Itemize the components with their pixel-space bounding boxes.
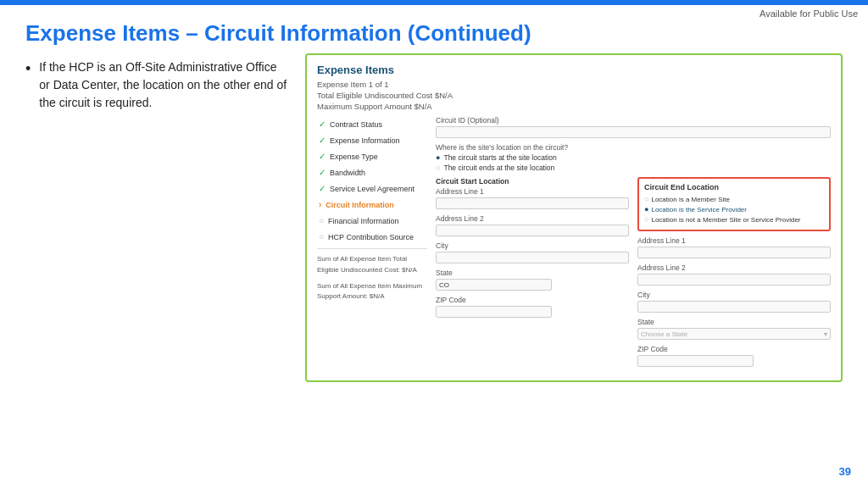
start-city-input[interactable] [436,252,629,263]
start-state-value[interactable]: CO [436,279,552,291]
end-address2-label: Address Line 2 [637,263,831,272]
check-icon: ✓ [319,136,326,145]
check-icon: ✓ [319,119,326,129]
chevron-down-icon: ▾ [824,330,827,338]
page-title: Expense Items – Circuit Information (Con… [0,5,868,53]
start-city-label: City [436,241,629,250]
radio-ends[interactable]: ○ The circuit ends at the site location [436,164,831,172]
circle-icon: ○ [319,216,324,225]
start-address2-label: Address Line 2 [436,214,629,223]
radio-selected-icon: ● [436,153,440,162]
start-state-section: State CO [436,269,629,291]
site-location-radios: ● The circuit starts at the site locatio… [436,153,831,172]
nav-hcp-contribution[interactable]: ○ HCP Contribution Source [317,229,427,245]
nav-contract-status[interactable]: ✓ Contract Status [317,116,427,132]
nav-expense-info[interactable]: ✓ Expense Information [317,132,427,148]
radio-starts-label: The circuit starts at the site location [443,153,556,162]
nav-sum1: Sum of All Expense Item Total Eligible U… [317,254,427,276]
left-panel: • If the HCP is an Off-Site Administrati… [25,53,288,382]
end-address1-section: Address Line 1 [637,236,831,258]
start-address2-section: Address Line 2 [436,214,629,236]
bullet-dot: • [25,58,31,112]
nav-sum2: Sum of All Expense Item Maximum Support … [317,281,427,303]
circuit-start-label: Circuit Start Location [436,177,629,186]
nav-label: Circuit Information [326,201,394,209]
start-address1-input[interactable] [436,197,629,209]
radio-starts[interactable]: ● The circuit starts at the site locatio… [436,153,831,162]
end-state-select[interactable]: Choose a State ▾ [637,328,831,340]
available-text: Available for Public Use [760,8,858,19]
end-radio-neither[interactable]: ○ Location is not a Member Site or Servi… [644,215,824,224]
nav-financial-info[interactable]: ○ Financial Information [317,213,427,229]
subtitle3: Maximum Support Amount $N/A [317,102,831,111]
end-radio1-label: Location is a Member Site [651,196,730,203]
start-zip-section: ZIP Code [436,296,629,318]
nav-label: Bandwidth [330,169,365,177]
end-zip-label: ZIP Code [637,345,831,353]
subtitle2: Total Eligible Undiscounted Cost $N/A [317,91,831,100]
site-location-label: Where is the site's location on the circ… [436,143,831,152]
end-address2-input[interactable] [637,274,831,286]
end-city-section: City [637,291,831,313]
end-state-label: State [637,318,831,326]
start-city-section: City [436,241,629,263]
start-zip-label: ZIP Code [436,296,629,304]
end-radio3-label: Location is not a Member Site or Service… [651,216,800,224]
bullet-point: • If the HCP is an Off-Site Administrati… [25,58,288,112]
radio-ends-label: The circuit ends at the site location [443,164,554,172]
nav-label: Contract Status [330,120,382,129]
arrow-icon: › [319,200,321,209]
bullet-text: If the HCP is an Off-Site Administrative… [39,58,288,112]
nav-expense-type[interactable]: ✓ Expense Type [317,148,427,164]
end-address1-input[interactable] [637,247,831,258]
check-icon: ✓ [319,168,326,177]
end-city-label: City [637,291,831,299]
end-zip-input[interactable] [637,355,754,367]
start-address1-label: Address Line 1 [436,187,629,196]
end-radio1-icon: ○ [644,195,648,203]
form-fields: Circuit ID (Optional) Where is the site'… [436,116,831,372]
radio-unselected-icon: ○ [436,164,440,172]
end-city-input[interactable] [637,301,831,313]
expense-items-title: Expense Items [317,64,831,76]
check-icon: ✓ [319,184,326,193]
sidebar-nav: ✓ Contract Status ✓ Expense Information … [317,116,427,372]
state-placeholder: Choose a State [641,330,687,338]
nav-label: Expense Type [330,152,378,161]
end-address1-label: Address Line 1 [637,236,831,245]
nav-label: Service Level Agreement [330,185,415,193]
check-icon: ✓ [319,152,326,161]
end-radio3-icon: ○ [644,215,648,224]
subtitle1: Expense Item 1 of 1 [317,80,831,89]
circuit-end-col: Circuit End Location ○ Location is a Mem… [637,177,831,372]
state-value-text: CO [439,281,449,289]
circuit-location-row: Circuit Start Location Address Line 1 Ad… [436,177,831,372]
end-radio-service[interactable]: ● Location is the Service Provider [644,205,824,214]
circuit-id-section: Circuit ID (Optional) [436,116,831,138]
nav-divider [317,248,427,249]
nav-label: Financial Information [328,217,399,225]
end-address2-section: Address Line 2 [637,263,831,286]
end-state-section: State Choose a State ▾ [637,318,831,340]
circuit-end-box: Circuit End Location ○ Location is a Mem… [637,177,831,231]
end-radio2-label: Location is the Service Provider [651,206,747,214]
circle-icon: ○ [319,232,324,241]
nav-sla[interactable]: ✓ Service Level Agreement [317,180,427,197]
site-location-section: Where is the site's location on the circ… [436,143,831,172]
start-address2-input[interactable] [436,225,629,236]
end-radio2-icon: ● [644,205,648,214]
start-address1-section: Address Line 1 [436,187,629,209]
nav-label: Expense Information [330,136,400,145]
nav-label: HCP Contribution Source [328,233,414,241]
circuit-id-input[interactable] [436,126,831,138]
page-number: 39 [839,465,851,478]
form-panel: Expense Items Expense Item 1 of 1 Total … [305,53,843,382]
end-zip-section: ZIP Code [637,345,831,367]
circuit-id-label: Circuit ID (Optional) [436,116,831,125]
end-radio-member[interactable]: ○ Location is a Member Site [644,195,824,203]
nav-bandwidth[interactable]: ✓ Bandwidth [317,164,427,180]
start-state-label: State [436,269,629,277]
circuit-start-col: Circuit Start Location Address Line 1 Ad… [436,177,629,372]
nav-circuit-info[interactable]: › Circuit Information [317,197,427,213]
start-zip-input[interactable] [436,306,552,318]
